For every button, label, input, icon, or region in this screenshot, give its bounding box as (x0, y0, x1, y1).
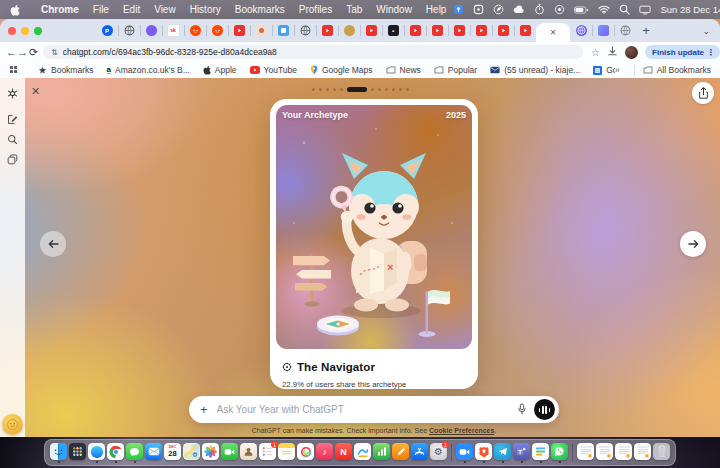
close-tab-icon[interactable]: ✕ (550, 28, 557, 37)
menubar-clock[interactable]: Sun 28 Dec 14:04 (660, 4, 720, 15)
bookmark-google-calendar[interactable]: 31Google Calendar (593, 65, 614, 75)
dock-minimized-window[interactable] (634, 443, 651, 462)
pinned-tab-youtube[interactable] (360, 19, 382, 42)
dock-brave[interactable] (475, 443, 492, 462)
dock-whatsapp[interactable] (551, 443, 568, 462)
address-bar[interactable]: ⇅ chatgpt.com/c/694ac3fb-96dc-8328-925e-… (43, 45, 583, 59)
active-tab[interactable]: ✕ (536, 23, 570, 42)
bookmark-star-icon[interactable]: ☆ (591, 47, 600, 58)
story-dot[interactable] (406, 88, 409, 91)
menu-bookmarks[interactable]: Bookmarks (228, 4, 292, 15)
dock-zoom[interactable] (456, 443, 473, 462)
menu-chrome[interactable]: Chrome (34, 4, 86, 15)
help-bubble-avatar[interactable] (2, 414, 23, 435)
location-icon[interactable] (493, 4, 504, 15)
bookmark-bookmarks[interactable]: Bookmarks (38, 65, 94, 75)
story-dot[interactable] (326, 88, 329, 91)
share-button[interactable] (692, 82, 714, 104)
menu-history[interactable]: History (183, 4, 228, 15)
menu-window[interactable]: Window (369, 4, 419, 15)
search-icon[interactable] (619, 4, 630, 15)
new-chat-icon[interactable] (7, 114, 18, 125)
dock-appstore[interactable] (411, 443, 428, 462)
bookmark-amazon-co-uk-s-b-[interactable]: aAmazon.co.uk's B... (107, 65, 190, 75)
dock-freeform[interactable] (354, 443, 371, 462)
pinned-tab-p-blue[interactable]: P (96, 19, 118, 42)
menu-view[interactable]: View (147, 4, 183, 15)
bookmark--55-unread-kiaje-[interactable]: (55 unread) - kiaje... (490, 65, 580, 75)
profile-avatar[interactable] (625, 46, 638, 59)
battery-icon[interactable] (574, 6, 589, 14)
dock-photos[interactable] (202, 443, 219, 462)
bookmark-apple[interactable]: Apple (203, 65, 237, 75)
dock-launchpad[interactable] (69, 443, 86, 462)
dock-minimized-window[interactable] (577, 443, 594, 462)
bookmark-news[interactable]: News (386, 65, 421, 75)
stopwatch-icon[interactable] (534, 4, 545, 15)
reload-button[interactable]: ⟳ (28, 46, 39, 59)
pinned-tab-youtube[interactable] (228, 19, 250, 42)
dock-news[interactable]: N (335, 443, 352, 462)
story-dot-active[interactable] (347, 87, 367, 92)
story-dot[interactable] (312, 88, 315, 91)
record-icon[interactable] (554, 4, 565, 15)
apple-menu-icon[interactable] (0, 4, 26, 16)
story-progress-dots[interactable] (0, 87, 720, 92)
cookie-preferences-link[interactable]: Cookie Preferences (429, 427, 494, 434)
dock-chrome[interactable] (107, 443, 124, 462)
story-dot[interactable] (319, 88, 322, 91)
download-icon[interactable] (607, 43, 618, 61)
pinned-tab-youtube[interactable] (448, 19, 470, 42)
chat-input[interactable] (215, 403, 510, 416)
new-tab-button[interactable]: + (636, 21, 656, 41)
wifi-icon[interactable] (598, 5, 610, 14)
bookmark-popular[interactable]: Popular (434, 65, 477, 75)
story-dot[interactable] (333, 88, 336, 91)
dock-notes[interactable] (278, 443, 295, 462)
password-pill-icon[interactable] (453, 4, 464, 15)
story-dot[interactable] (392, 88, 395, 91)
close-window-button[interactable] (8, 27, 16, 35)
dock-todo[interactable] (532, 443, 549, 462)
pinned-tab-youtube[interactable] (492, 19, 514, 42)
pinned-tab-gold-app[interactable] (338, 19, 360, 42)
dock-safari[interactable] (88, 443, 105, 462)
bookmark-google-maps[interactable]: Google Maps (310, 65, 373, 75)
screenshot-icon[interactable] (473, 4, 484, 15)
forward-button[interactable]: → (17, 46, 28, 58)
pinned-tab-black-app[interactable]: ▪ (382, 19, 404, 42)
dock-music[interactable]: ♪ (316, 443, 333, 462)
dock-teams[interactable]: T (513, 443, 530, 462)
dictate-mic-icon[interactable] (517, 401, 527, 419)
menu-profiles[interactable]: Profiles (292, 4, 339, 15)
tab-search-chevron-icon[interactable]: ⌄ (702, 26, 710, 36)
tab-globe-purple[interactable] (570, 19, 592, 42)
voice-mode-button[interactable] (534, 399, 555, 420)
pinned-tab-reddit[interactable] (206, 19, 228, 42)
dock-numbers[interactable] (373, 443, 390, 462)
menu-help[interactable]: Help (419, 4, 454, 15)
story-dot[interactable] (399, 88, 402, 91)
story-dot[interactable] (385, 88, 388, 91)
dock-finder[interactable] (50, 443, 67, 462)
dock-pages[interactable] (392, 443, 409, 462)
all-bookmarks-button[interactable]: All Bookmarks (643, 65, 711, 75)
pinned-tab-youtube[interactable] (404, 19, 426, 42)
pinned-tab-purple-app[interactable] (140, 19, 162, 42)
pinned-tab-youtube[interactable] (470, 19, 492, 42)
pinned-tab-blue-app[interactable] (272, 19, 294, 42)
bookmark-youtube[interactable]: YouTube (250, 65, 297, 75)
pinned-tab-youtube[interactable] (514, 19, 536, 42)
story-dot[interactable] (378, 88, 381, 91)
dock-minimized-window[interactable] (615, 443, 632, 462)
browser-menu-dots-icon[interactable]: ⋮ (707, 48, 715, 57)
library-icon[interactable] (7, 154, 18, 165)
dock-contacts[interactable] (240, 443, 257, 462)
menu-file[interactable]: File (86, 4, 116, 15)
tab-gradient-app[interactable] (592, 19, 614, 42)
minimize-window-button[interactable] (21, 27, 29, 35)
chat-composer[interactable]: + (189, 396, 559, 423)
dock-trash[interactable] (653, 443, 670, 462)
pinned-tab-sk-app[interactable]: sk (162, 19, 184, 42)
tab-globe-gray[interactable] (614, 19, 636, 42)
